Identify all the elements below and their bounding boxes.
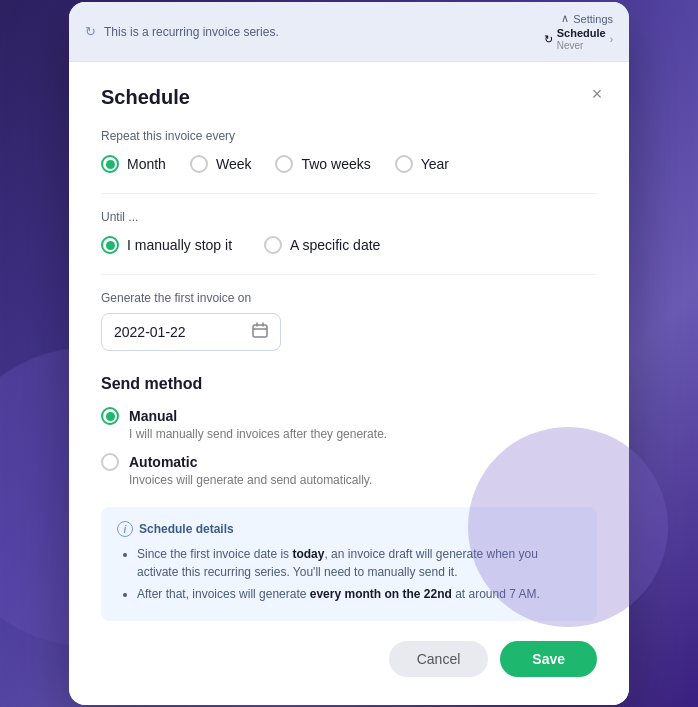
- calendar-icon[interactable]: [252, 322, 268, 342]
- repeat-month-label: Month: [127, 156, 166, 172]
- footer-buttons: Cancel Save: [101, 641, 597, 677]
- info-box-header: i Schedule details: [117, 521, 581, 537]
- send-option-automatic: Automatic Invoices will generate and sen…: [101, 453, 597, 487]
- send-manual-name: Manual: [129, 408, 177, 424]
- chevron-up-icon: ∧: [561, 12, 569, 25]
- modal-body: Schedule × Repeat this invoice every Mon…: [69, 62, 629, 705]
- info-box-title: Schedule details: [139, 522, 234, 536]
- divider-1: [101, 193, 597, 194]
- dialog-container: ↻ This is a recurring invoice series. ∧ …: [69, 2, 629, 705]
- send-automatic-desc: Invoices will generate and send automati…: [129, 473, 597, 487]
- send-manual-desc: I will manually send invoices after they…: [129, 427, 597, 441]
- info-icon: i: [117, 521, 133, 537]
- send-option-manual-row[interactable]: Manual: [101, 407, 597, 425]
- radio-week[interactable]: [190, 155, 208, 173]
- radio-month[interactable]: [101, 155, 119, 173]
- radio-manual-stop[interactable]: [101, 236, 119, 254]
- until-option-manual[interactable]: I manually stop it: [101, 236, 232, 254]
- repeat-option-twoweeks[interactable]: Two weeks: [275, 155, 370, 173]
- date-label: Generate the first invoice on: [101, 291, 597, 305]
- send-option-automatic-row[interactable]: Automatic: [101, 453, 597, 471]
- modal-title: Schedule: [101, 86, 597, 109]
- send-method-section: Send method Manual I will manually send …: [101, 375, 597, 487]
- repeat-week-label: Week: [216, 156, 252, 172]
- divider-2: [101, 274, 597, 275]
- repeat-year-label: Year: [421, 156, 449, 172]
- until-specific-label: A specific date: [290, 237, 380, 253]
- repeat-option-month[interactable]: Month: [101, 155, 166, 173]
- radio-send-automatic[interactable]: [101, 453, 119, 471]
- refresh-icon: ↻: [544, 33, 553, 46]
- repeat-twoweeks-label: Two weeks: [301, 156, 370, 172]
- send-automatic-name: Automatic: [129, 454, 197, 470]
- schedule-nav-item[interactable]: ↻ Schedule Never ›: [544, 27, 613, 51]
- until-label: Until ...: [101, 210, 597, 224]
- settings-label: Settings: [573, 13, 613, 25]
- until-radio-group: I manually stop it A specific date: [101, 236, 597, 254]
- settings-nav-item[interactable]: ∧ Settings: [561, 12, 613, 25]
- date-value[interactable]: 2022-01-22: [114, 324, 252, 340]
- schedule-nav-label: Schedule: [557, 27, 606, 39]
- until-manual-label: I manually stop it: [127, 237, 232, 253]
- schedule-nav-sub: Never: [557, 40, 584, 51]
- info-box: i Schedule details Since the first invoi…: [101, 507, 597, 621]
- radio-twoweeks[interactable]: [275, 155, 293, 173]
- cancel-button[interactable]: Cancel: [389, 641, 489, 677]
- top-banner: ↻ This is a recurring invoice series. ∧ …: [69, 2, 629, 62]
- repeat-option-week[interactable]: Week: [190, 155, 252, 173]
- banner-text: This is a recurring invoice series.: [104, 25, 279, 39]
- close-button[interactable]: ×: [585, 82, 609, 106]
- send-option-manual: Manual I will manually send invoices aft…: [101, 407, 597, 441]
- info-bullet-2: After that, invoices will generate every…: [137, 585, 581, 603]
- info-bullet-1: Since the first invoice date is today, a…: [137, 545, 581, 581]
- repeat-option-year[interactable]: Year: [395, 155, 449, 173]
- chevron-right-icon: ›: [610, 34, 613, 45]
- date-section: Generate the first invoice on 2022-01-22: [101, 291, 597, 351]
- svg-rect-0: [253, 325, 267, 337]
- radio-send-manual[interactable]: [101, 407, 119, 425]
- send-method-title: Send method: [101, 375, 597, 393]
- info-bullets: Since the first invoice date is today, a…: [117, 545, 581, 603]
- top-nav: ∧ Settings ↻ Schedule Never ›: [544, 12, 613, 51]
- radio-specific-date[interactable]: [264, 236, 282, 254]
- repeat-label: Repeat this invoice every: [101, 129, 597, 143]
- save-button[interactable]: Save: [500, 641, 597, 677]
- until-option-specific[interactable]: A specific date: [264, 236, 380, 254]
- recurring-icon: ↻: [85, 24, 96, 39]
- repeat-radio-group: Month Week Two weeks Year: [101, 155, 597, 173]
- until-section: Until ... I manually stop it A specific …: [101, 210, 597, 254]
- radio-year[interactable]: [395, 155, 413, 173]
- date-input-wrapper[interactable]: 2022-01-22: [101, 313, 281, 351]
